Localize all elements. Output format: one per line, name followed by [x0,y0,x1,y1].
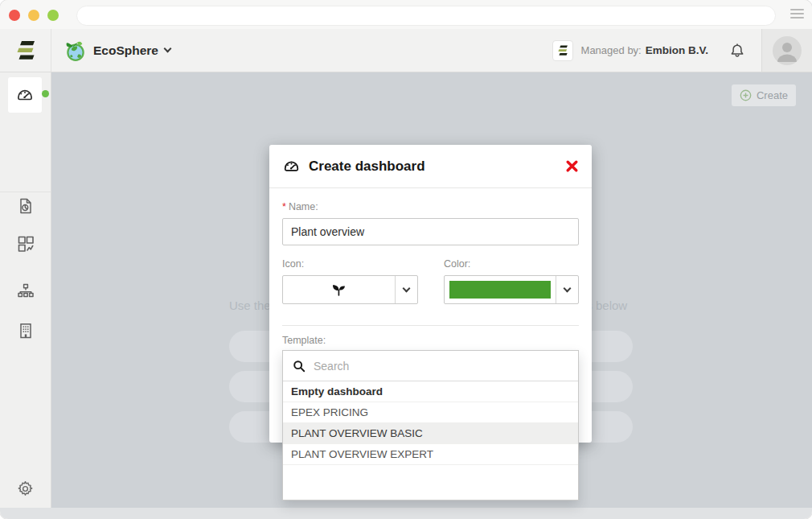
modal-divider [282,325,579,326]
embion-logo[interactable] [0,29,51,72]
chevron-down-icon [403,284,411,292]
user-avatar-icon [773,36,802,65]
modal-body: *Name: Icon: [269,201,592,346]
active-indicator-dot [42,90,49,97]
embion-stripes-icon [557,44,568,57]
close-modal-button[interactable] [565,159,579,173]
color-field: Color: [444,258,579,304]
icon-field: Icon: [282,258,418,304]
bell-icon [729,43,745,59]
template-option-epex-pricing[interactable]: EPEX PRICING [283,402,578,423]
managed-by-value: Embion B.V. [646,44,708,56]
template-option-plant-overview-expert[interactable]: PLANT OVERVIEW EXPERT [283,444,578,465]
browser-chrome [0,0,812,29]
close-icon [565,159,579,173]
required-mark: * [282,201,286,212]
workspace-switcher[interactable]: EcoSphere [64,39,170,62]
template-option-plant-overview-basic[interactable]: PLANT OVERVIEW BASIC [283,423,578,444]
name-field-label: *Name: [282,201,579,212]
embion-stripes-icon [15,39,36,62]
sidebar [0,72,51,508]
icon-field-label: Icon: [282,258,418,270]
window-bottom-edge [0,508,812,519]
icon-select-value [283,276,395,303]
color-select-value [445,276,556,303]
dashboard-gauge-icon [15,85,35,105]
url-bar[interactable] [76,6,776,26]
color-field-label: Color: [444,258,579,270]
color-select[interactable] [444,275,579,304]
sidebar-item-settings[interactable] [0,480,51,498]
modal-title: Create dashboard [309,159,565,175]
sidebar-item-reports[interactable] [0,196,51,216]
report-document-icon [16,196,35,216]
managed-by-label: Managed by: [581,44,642,56]
header-right: Managed by: Embion B.V. [552,29,812,72]
minimize-window-button[interactable] [28,10,39,21]
brand-name: EcoSphere [93,43,158,58]
sidebar-item-organization[interactable] [0,282,51,301]
template-dropdown: Empty dashboard EPEX PRICING PLANT OVERV… [282,350,579,500]
app-header: EcoSphere Managed by: Embion B.V. [0,29,812,72]
gear-icon [16,480,35,498]
template-option-empty-dashboard[interactable]: Empty dashboard [283,381,578,402]
modal-header: Create dashboard [269,145,592,188]
sitemap-icon [16,282,35,301]
create-button-label: Create [757,89,788,101]
maximize-window-button[interactable] [47,10,59,21]
create-dashboard-modal: Create dashboard *Name: Icon: [269,145,592,443]
color-select-caret[interactable] [556,276,578,303]
sidebar-item-dashboards[interactable] [8,77,42,113]
dashboard-name-input[interactable] [282,218,579,245]
icon-select[interactable] [282,275,418,304]
hamburger-icon[interactable] [790,9,804,19]
avatar [773,36,802,65]
widgets-grid-icon [16,234,35,253]
dashboard-gauge-icon [282,157,301,175]
icon-select-caret[interactable] [395,276,417,303]
seedling-icon [330,282,347,299]
template-field-label: Template: [282,335,579,346]
template-search-input[interactable] [314,360,568,373]
plus-circle-icon [740,89,752,101]
ecosphere-globe-icon [64,39,87,62]
search-icon [293,360,306,373]
browser-window: EcoSphere Managed by: Embion B.V. [0,0,812,519]
icon-color-row: Icon: Color: [282,258,579,304]
chevron-down-icon [564,284,572,292]
user-menu[interactable] [761,29,812,72]
close-window-button[interactable] [9,10,20,21]
color-swatch-green [449,281,551,299]
notifications-button[interactable] [729,43,745,59]
building-icon [16,321,35,340]
managed-by-logo [552,40,573,61]
template-search-row [283,351,578,381]
chevron-down-icon [164,45,172,53]
sidebar-divider [0,192,51,192]
create-dashboard-button[interactable]: Create [732,84,796,106]
sidebar-item-buildings[interactable] [0,321,51,340]
sidebar-item-widgets[interactable] [0,234,51,253]
